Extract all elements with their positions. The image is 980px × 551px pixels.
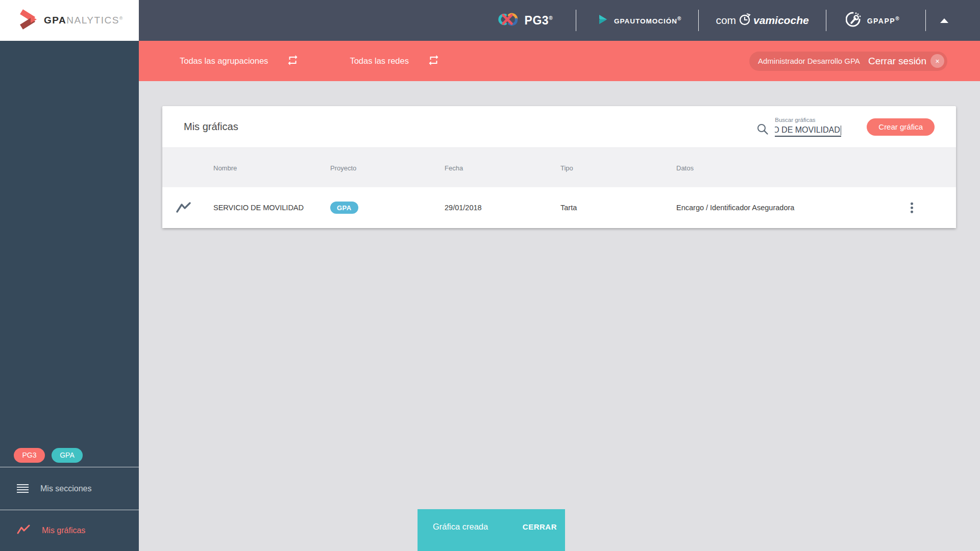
row-tipo: Tarta (560, 204, 577, 212)
logout-x-icon[interactable]: × (930, 54, 944, 68)
page-title: Mis gráficas (184, 121, 238, 133)
sidebar: GPANALYTICS® PG3 GPA Mis secciones Mis g… (0, 0, 139, 551)
project-badge: GPA (330, 202, 358, 214)
topbar: PG3® GPAUTOMOCIÓN® com vamicoche (139, 0, 980, 41)
create-chart-button[interactable]: Crear gráfica (867, 118, 935, 136)
app-logo-text: GPANALYTICS® (44, 15, 124, 26)
col-header-tipo: Tipo (560, 164, 573, 171)
search-field: Buscar gráficas O DE MOVILIDAD (775, 117, 841, 137)
row-fecha: 29/01/2018 (445, 204, 482, 212)
topbar-separator (925, 10, 926, 31)
gpapp-label: GPAPP® (867, 16, 900, 25)
redes-label: Todas las redes (350, 56, 409, 66)
sidebar-item-mis-secciones[interactable]: Mis secciones (0, 467, 139, 510)
table-header-row: Nombre Proyecto Fecha Tipo Datos (162, 147, 956, 187)
logout-button[interactable]: Cerrar sesión (868, 56, 926, 67)
user-session-pill: Administrador Desarrollo GPA Cerrar sesi… (749, 52, 947, 71)
collapse-up-arrow[interactable] (940, 18, 948, 23)
sidebar-badges: PG3 GPA (0, 443, 139, 467)
search-field-label: Buscar gráficas (775, 117, 841, 123)
graficas-card: Mis gráficas Buscar gráficas O DE MOVILI… (162, 106, 956, 228)
pg3-label: PG3® (525, 14, 553, 28)
search-input-value: O DE MOVILIDAD (775, 126, 840, 135)
col-header-proyecto: Proyecto (330, 164, 356, 171)
agrupaciones-label: Todas las agrupaciones (180, 56, 268, 66)
row-nombre: SERVICIO DE MOVILIDAD (213, 204, 304, 212)
app-logo[interactable]: GPANALYTICS® (0, 0, 139, 41)
sidebar-bottom: PG3 GPA Mis secciones Mis gráficas (0, 443, 139, 551)
snackbar: Gráfica creada CERRAR (418, 509, 565, 551)
gpa-analytics-arrow-icon (15, 9, 39, 32)
row-datos: Encargo / Identificador Aseguradora (676, 204, 794, 212)
brand-gpautomocion: GPAUTOMOCIÓN® (596, 13, 681, 28)
search-group: Buscar gráficas O DE MOVILIDAD Crear grá… (756, 117, 935, 137)
brand-comprovamicoche: com vamicoche (716, 13, 808, 29)
row-proyecto: GPA (330, 202, 358, 214)
gpautomocion-arrow-icon (596, 13, 610, 28)
clock-icon (738, 13, 751, 29)
badge-pg3[interactable]: PG3 (14, 448, 45, 463)
topbar-separator (698, 10, 699, 31)
sidebar-item-mis-graficas[interactable]: Mis gráficas (0, 510, 139, 551)
pg3-infinity-icon (496, 11, 519, 30)
swap-agrupaciones-icon[interactable] (286, 54, 299, 68)
kebab-menu-icon[interactable] (909, 201, 915, 215)
table-row[interactable]: SERVICIO DE MOVILIDAD GPA 29/01/2018 Tar… (162, 187, 956, 228)
sidebar-item-label: Mis secciones (40, 484, 91, 493)
col-header-nombre: Nombre (213, 164, 237, 171)
snackbar-close-button[interactable]: CERRAR (523, 522, 557, 531)
topbar-separator (826, 10, 826, 31)
brand-pg3: PG3® (496, 11, 553, 30)
row-menu (909, 201, 915, 215)
search-icon[interactable] (756, 123, 769, 137)
sidebar-item-label: Mis gráficas (42, 526, 85, 535)
user-name: Administrador Desarrollo GPA (758, 57, 860, 65)
badge-gpa[interactable]: GPA (52, 448, 83, 463)
search-input[interactable]: O DE MOVILIDAD (775, 124, 841, 137)
topbar-separator (576, 10, 576, 31)
text-cursor (841, 126, 842, 135)
swap-redes-icon[interactable] (427, 54, 440, 68)
gpautomocion-label: GPAUTOMOCIÓN® (614, 16, 681, 25)
menu-icon (17, 484, 29, 493)
chart-trend-icon (176, 202, 191, 214)
col-header-fecha: Fecha (445, 164, 463, 171)
gpapp-wrench-icon (846, 11, 862, 30)
card-header: Mis gráficas Buscar gráficas O DE MOVILI… (162, 106, 956, 147)
chart-line-icon (17, 524, 30, 537)
brand-gpapp: GPAPP® (846, 11, 900, 30)
filter-bar: Todas las agrupaciones Todas las redes A… (139, 41, 980, 81)
col-header-datos: Datos (676, 164, 694, 171)
snackbar-message: Gráfica creada (433, 522, 488, 532)
